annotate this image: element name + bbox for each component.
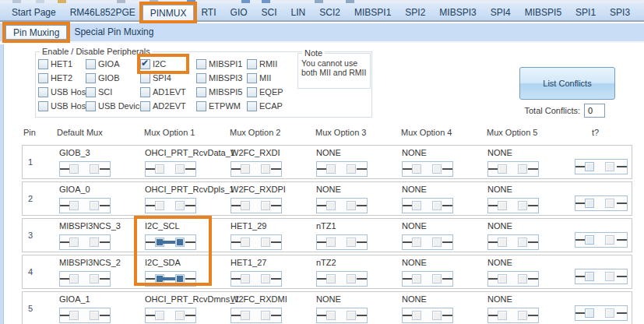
- tab-spi3[interactable]: SPI3: [603, 5, 637, 20]
- tab-mibspi1[interactable]: MIBSPI1: [347, 5, 398, 20]
- mux-slider[interactable]: [316, 234, 368, 250]
- mux-slider[interactable]: [145, 308, 196, 323]
- mux-slider[interactable]: [575, 269, 628, 284]
- mux-slider[interactable]: [59, 308, 111, 323]
- tab-rti[interactable]: RTI: [194, 5, 223, 20]
- checkbox-eqep[interactable]: [247, 87, 257, 97]
- mux-slider[interactable]: [402, 308, 453, 323]
- checkbox-het2[interactable]: [38, 73, 48, 83]
- total-conflicts-input[interactable]: [584, 104, 605, 118]
- tab-mibspi3[interactable]: MIBSPI3: [432, 5, 483, 20]
- slider-track: [100, 315, 110, 316]
- checkbox-item-sci[interactable]: SCI: [86, 85, 144, 99]
- checkbox-sci[interactable]: [86, 87, 96, 97]
- mux-slider[interactable]: [59, 198, 111, 213]
- checkbox-het1[interactable]: [38, 59, 48, 69]
- mux-label-none: NONE: [487, 294, 573, 305]
- checkbox-gioa[interactable]: [86, 59, 96, 69]
- mux-slider[interactable]: [316, 308, 368, 323]
- checkbox-item-gioa[interactable]: GIOA: [86, 57, 144, 71]
- tab-mibspi5[interactable]: MIBSPI5: [518, 5, 568, 20]
- checkbox-item-mii[interactable]: MII: [247, 71, 283, 85]
- mux-slider[interactable]: [487, 308, 539, 323]
- mux-slider[interactable]: [402, 234, 453, 250]
- tab-spi1[interactable]: SPI1: [568, 5, 603, 20]
- tab-sci2[interactable]: SCI2: [312, 5, 347, 20]
- mux-slider[interactable]: [316, 271, 368, 287]
- tab-gio[interactable]: GIO: [223, 5, 255, 20]
- slider-handle: [585, 272, 594, 281]
- mux-slider[interactable]: [231, 271, 282, 287]
- tab-spi2[interactable]: SPI2: [398, 5, 432, 20]
- mux-slider[interactable]: [145, 198, 196, 213]
- tab-pinmux[interactable]: PINMUX: [143, 5, 195, 20]
- checkbox-item-ecap[interactable]: ECAP: [247, 99, 283, 113]
- checkbox-usb-host-0[interactable]: [38, 87, 48, 97]
- checkbox-item-giob[interactable]: GIOB: [86, 71, 144, 85]
- checkbox-ecap[interactable]: [247, 101, 257, 111]
- mux-slider[interactable]: [402, 271, 453, 287]
- slider-track: [100, 205, 110, 206]
- checkbox-usb-host-1[interactable]: [38, 101, 48, 111]
- mux-slider[interactable]: [575, 195, 628, 211]
- checkbox-item-spi4[interactable]: SPI4: [140, 71, 186, 85]
- mux-slider[interactable]: [575, 159, 628, 174]
- mux-slider[interactable]: [231, 198, 282, 213]
- checkbox-mibspi3[interactable]: [196, 73, 206, 83]
- tab-spi5[interactable]: SPI5: [637, 5, 644, 20]
- checkbox-usb-device[interactable]: [86, 101, 96, 111]
- tab-start-page[interactable]: Start Page: [5, 5, 63, 20]
- checkbox-mibspi1[interactable]: [196, 59, 206, 69]
- mux-slider[interactable]: [231, 308, 282, 323]
- mux-slider[interactable]: [59, 234, 111, 250]
- mux-slider[interactable]: [145, 161, 196, 177]
- checkbox-ad1evt[interactable]: [140, 87, 150, 97]
- checkbox-mii[interactable]: [247, 73, 257, 83]
- checkbox-item-i2c[interactable]: ✔I2C: [140, 57, 186, 71]
- mux-slider[interactable]: [59, 161, 111, 177]
- checkbox-item-ad1evt[interactable]: AD1EVT: [140, 85, 186, 99]
- checkbox-item-usb-device[interactable]: USB Device: [86, 99, 144, 113]
- mux-slider[interactable]: [575, 232, 628, 248]
- tab-lin[interactable]: LIN: [284, 5, 313, 20]
- mux-slider[interactable]: [487, 234, 539, 250]
- mux-slider[interactable]: [231, 161, 282, 177]
- checkbox-item-mibspi1[interactable]: MIBSPI1: [196, 57, 242, 71]
- mux-slider[interactable]: [575, 305, 628, 321]
- mux-slider[interactable]: [487, 161, 539, 177]
- tab-sci[interactable]: SCI: [255, 5, 284, 20]
- checkbox-label: EQEP: [259, 87, 283, 97]
- checkbox-item-eqep[interactable]: EQEP: [247, 85, 283, 99]
- mux-slider[interactable]: [316, 161, 368, 177]
- checkbox-i2c[interactable]: ✔: [140, 59, 150, 69]
- checkbox-item-mibspi3[interactable]: MIBSPI3: [196, 71, 242, 85]
- mux-slider[interactable]: [402, 198, 453, 213]
- mux-slider[interactable]: [231, 234, 282, 250]
- checkbox-mibspi5[interactable]: [196, 87, 206, 97]
- checkbox-giob[interactable]: [86, 73, 96, 83]
- peripherals-group-label: Enable / Disable Peripherals: [40, 47, 153, 56]
- mux-slider[interactable]: [487, 198, 539, 213]
- checkbox-rmii[interactable]: [247, 59, 257, 69]
- slider-handle: [518, 238, 527, 247]
- checkbox-spi4[interactable]: [140, 73, 150, 83]
- checkbox-item-rmii[interactable]: RMII: [247, 57, 283, 71]
- slider-handle: [241, 311, 250, 320]
- slider-track: [528, 315, 538, 316]
- checkbox-item-mibspi5[interactable]: MIBSPI5: [196, 85, 242, 99]
- slider-handle: [605, 162, 614, 171]
- list-conflicts-button[interactable]: List Conflicts: [519, 67, 615, 100]
- mux-slider[interactable]: [316, 198, 368, 213]
- checkbox-etpwm[interactable]: [196, 101, 206, 111]
- subtab-bar: Pin MuxingSpecial Pin Muxing: [0, 23, 644, 43]
- tab-spi4[interactable]: SPI4: [484, 5, 518, 20]
- mux-slider[interactable]: [402, 161, 453, 177]
- checkbox-ad2evt[interactable]: [140, 101, 150, 111]
- subtab-special-pin-muxing[interactable]: Special Pin Muxing: [67, 25, 160, 40]
- checkbox-item-etpwm[interactable]: ETPWM: [196, 99, 242, 113]
- checkbox-item-ad2evt[interactable]: AD2EVT: [140, 99, 186, 113]
- subtab-pin-muxing[interactable]: Pin Muxing: [5, 25, 67, 40]
- mux-slider[interactable]: [487, 271, 539, 287]
- mux-slider[interactable]: [59, 271, 111, 287]
- tab-rm46l852pge[interactable]: RM46L852PGE: [63, 5, 143, 20]
